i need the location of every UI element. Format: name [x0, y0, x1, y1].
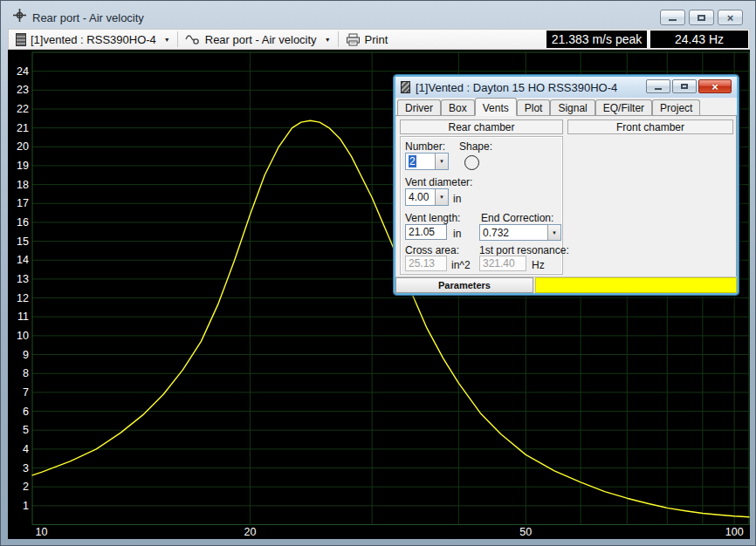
- number-combobox[interactable]: 2 ▼: [405, 153, 449, 170]
- maximize-icon: [698, 15, 705, 21]
- toolbar: [1]vented : RSS390HO-4 ▼ Rear port - Air…: [8, 29, 750, 50]
- shape-label: Shape:: [459, 140, 492, 153]
- number-label: Number:: [405, 140, 445, 153]
- x-tick-label: 100: [725, 526, 744, 538]
- dialog-bottom-bar: Parameters: [395, 276, 737, 293]
- driver-icon: [16, 33, 26, 46]
- port-resonance-label: 1st port resonance:: [479, 244, 569, 256]
- tab-project[interactable]: Project: [652, 99, 700, 115]
- y-tick-label: 20: [17, 140, 29, 153]
- chevron-down-icon[interactable]: ▼: [435, 154, 448, 169]
- chevron-down-icon[interactable]: ▼: [435, 189, 448, 205]
- y-tick-label: 8: [23, 367, 29, 379]
- vent-diameter-unit: in: [453, 193, 461, 205]
- close-button[interactable]: ×: [718, 10, 743, 25]
- y-tick-label: 23: [17, 84, 29, 96]
- tab-vents[interactable]: Vents: [475, 98, 517, 116]
- x-tick-label: 20: [244, 526, 256, 538]
- port-resonance-input: 321.40: [479, 256, 526, 271]
- dialog-title: [1]Vented : Dayton 15 HO RSS390HO-4: [416, 81, 617, 94]
- vent-diameter-label: Vent diameter:: [405, 176, 472, 188]
- project-selector[interactable]: [1]vented : RSS390HO-4 ▼: [9, 30, 177, 49]
- y-tick-label: 9: [23, 349, 29, 361]
- plot-type-label: Rear port - Air velocity: [205, 33, 317, 46]
- print-label: Print: [365, 33, 388, 46]
- y-tick-label: 10: [17, 330, 29, 342]
- cross-area-label: Cross area:: [405, 244, 459, 256]
- chevron-down-icon: ▼: [321, 37, 331, 43]
- vents-dialog[interactable]: [1]Vented : Dayton 15 HO RSS390HO-4 × Dr…: [394, 75, 739, 295]
- y-tick-label: 5: [23, 424, 29, 436]
- dialog-tab-strip: DriverBoxVentsPlotSignalEQ/FilterProject: [395, 98, 737, 116]
- waveform-icon: [185, 33, 201, 45]
- peak-frequency-readout: 24.43 Hz: [650, 31, 748, 48]
- front-chamber-header[interactable]: Front chamber: [567, 119, 733, 134]
- circle-shape-icon[interactable]: [464, 155, 479, 170]
- y-tick-label: 4: [23, 443, 29, 455]
- vent-length-input[interactable]: 21.05: [405, 224, 447, 240]
- minimize-icon: [655, 88, 662, 90]
- y-tick-label: 18: [17, 179, 29, 191]
- y-tick-label: 22: [17, 103, 29, 115]
- close-icon: ×: [711, 81, 718, 92]
- y-tick-label: 21: [17, 122, 29, 134]
- port-resonance-unit: Hz: [532, 259, 545, 271]
- y-tick-label: 14: [17, 254, 29, 266]
- dialog-close-button[interactable]: ×: [698, 79, 732, 93]
- tab-plot[interactable]: Plot: [517, 99, 551, 115]
- minimize-icon: [669, 19, 677, 21]
- rear-chamber-header[interactable]: Rear chamber: [400, 119, 563, 134]
- tab-signal[interactable]: Signal: [550, 99, 594, 115]
- vent-length-unit: in: [453, 228, 461, 240]
- app-window: Rear port - Air velocity × [1]vented : R…: [0, 0, 756, 546]
- dialog-minimize-button[interactable]: [646, 79, 670, 93]
- tab-eq-filter[interactable]: EQ/Filter: [595, 99, 652, 115]
- y-tick-label: 19: [17, 160, 29, 172]
- crosshair-plot-icon: [13, 9, 26, 22]
- maximize-button[interactable]: [689, 10, 714, 25]
- vent-diameter-value: 4.00: [406, 189, 435, 205]
- x-tick-label: 10: [36, 526, 48, 538]
- maximize-icon: [681, 84, 688, 89]
- end-correction-combobox[interactable]: 0.732 ▼: [479, 224, 561, 241]
- printer-icon: [346, 33, 361, 46]
- y-tick-label: 15: [17, 235, 29, 248]
- x-tick-label: 50: [519, 526, 532, 538]
- window-title: Rear port - Air velocity: [32, 11, 144, 24]
- vent-length-label: Vent length:: [405, 212, 460, 224]
- end-correction-label: End Correction:: [481, 212, 553, 224]
- title-bar[interactable]: Rear port - Air velocity ×: [1, 1, 755, 29]
- y-tick-label: 11: [17, 311, 29, 323]
- cross-area-unit: in^2: [451, 259, 471, 271]
- y-tick-label: 16: [17, 216, 29, 229]
- status-strip: [535, 277, 737, 293]
- driver-icon: [401, 81, 410, 93]
- y-tick-label: 6: [23, 406, 29, 418]
- y-tick-label: 7: [23, 386, 29, 399]
- tab-driver[interactable]: Driver: [397, 99, 441, 115]
- chevron-down-icon[interactable]: ▼: [547, 225, 560, 240]
- parameters-button[interactable]: Parameters: [395, 277, 533, 293]
- y-tick-label: 12: [17, 292, 29, 304]
- minimize-button[interactable]: [660, 10, 685, 25]
- y-tick-label: 17: [17, 197, 29, 209]
- vent-diameter-combobox[interactable]: 4.00 ▼: [405, 188, 449, 206]
- y-tick-label: 3: [23, 462, 29, 474]
- y-tick-label: 24: [17, 65, 29, 78]
- cross-area-input: 25.13: [405, 256, 447, 271]
- close-icon: ×: [727, 12, 734, 24]
- dialog-title-bar[interactable]: [1]Vented : Dayton 15 HO RSS390HO-4 ×: [395, 77, 737, 98]
- vents-tab-panel: Rear chamber Front chamber Number: 2 ▼ S…: [395, 116, 737, 278]
- dialog-maximize-button[interactable]: [672, 79, 697, 93]
- y-tick-label: 1: [23, 500, 29, 512]
- y-tick-label: 2: [23, 481, 29, 493]
- project-selector-label: [1]vented : RSS390HO-4: [31, 33, 156, 46]
- y-tick-label: 13: [17, 273, 29, 285]
- plot-type-selector[interactable]: Rear port - Air velocity ▼: [178, 30, 338, 49]
- end-correction-value: 0.732: [480, 225, 547, 240]
- number-value: 2: [409, 155, 416, 167]
- peak-velocity-readout: 21.383 m/s peak: [546, 31, 647, 48]
- chevron-down-icon: ▼: [161, 37, 170, 43]
- tab-box[interactable]: Box: [441, 99, 475, 115]
- print-button[interactable]: Print: [339, 30, 395, 49]
